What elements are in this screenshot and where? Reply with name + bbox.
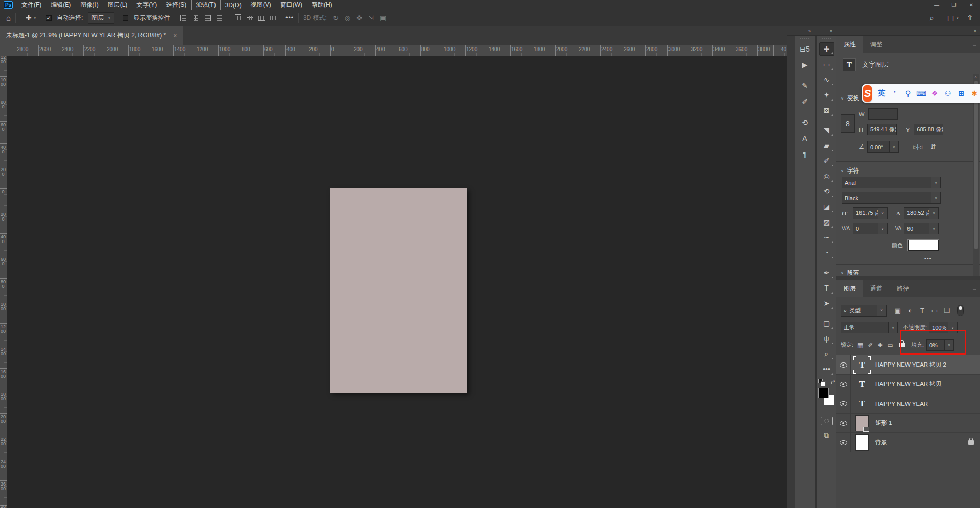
layer-row[interactable]: 背景	[836, 433, 980, 452]
tool-button[interactable]: ∽	[819, 231, 834, 244]
collapsed-panel-icon[interactable]: ⊟5	[798, 42, 812, 56]
share-icon[interactable]: ⇧	[967, 14, 973, 22]
scroll-up-icon[interactable]: ∧	[974, 75, 977, 79]
menu-item[interactable]: 窗口(W)	[276, 0, 307, 10]
lock-option-icon[interactable]: ✚	[877, 342, 882, 349]
tool-button[interactable]: ✒	[819, 266, 834, 279]
align-icon[interactable]	[246, 14, 253, 22]
tool-button[interactable]: ◪	[819, 200, 834, 213]
tool-button[interactable]: ▢	[819, 317, 834, 330]
align-icon[interactable]	[234, 14, 242, 22]
3d-mode-icon[interactable]: ↻	[333, 14, 339, 22]
layer-thumbnail[interactable]: T	[853, 375, 871, 394]
auto-select-dropdown[interactable]: 图层 ∨	[88, 12, 114, 24]
filter-type-dropdown[interactable]: ⌕ 类型	[841, 305, 877, 317]
menu-item[interactable]: 图层(L)	[103, 0, 132, 10]
more-options-icon[interactable]: •••	[285, 14, 294, 21]
layer-thumbnail[interactable]	[853, 433, 871, 452]
document-tab[interactable]: 未标题-1 @ 21.9% (HAPPY NEW YEAR 拷贝 2, RGB/…	[0, 26, 183, 45]
layer-filter-icon[interactable]: T	[916, 307, 928, 315]
foreground-color-swatch[interactable]	[818, 388, 829, 398]
link-dimensions-button[interactable]: 8	[841, 114, 855, 133]
align-icon[interactable]	[215, 14, 223, 21]
chevron-down-icon[interactable]: ∨	[878, 223, 888, 234]
swap-colors-icon[interactable]: ⇄	[830, 379, 835, 385]
tool-button[interactable]: T	[819, 281, 834, 295]
auto-select-checkbox[interactable]: ✓	[46, 15, 52, 21]
menu-item[interactable]: 帮助(H)	[307, 0, 337, 10]
layer-name[interactable]: HAPPY NEW YEAR 拷贝	[875, 380, 941, 388]
quick-mask-button[interactable]	[821, 417, 833, 425]
tab-paths[interactable]: 路径	[890, 280, 916, 297]
3d-mode-icon[interactable]: ✜	[356, 14, 362, 22]
scrollbar-thumb[interactable]	[974, 81, 978, 249]
3d-mode-icon[interactable]: ◎	[345, 14, 350, 22]
tool-button[interactable]: ⎙	[819, 170, 834, 183]
3d-mode-icon[interactable]: ⇲	[368, 14, 374, 22]
layer-filter-icon[interactable]: ▣	[892, 307, 904, 315]
layer-row[interactable]: T HAPPY NEW YEAR 拷贝	[836, 375, 980, 394]
layer-row[interactable]: T HAPPY NEW YEAR	[836, 394, 980, 414]
chevron-down-icon[interactable]: ∨	[877, 305, 887, 317]
lock-option-icon[interactable]: ▭	[888, 342, 893, 349]
width-field[interactable]	[868, 108, 898, 120]
collapse-panel-icon[interactable]: «	[808, 28, 810, 33]
strip-grip[interactable]	[800, 38, 809, 39]
current-tool-preset[interactable]: ✚ ∨	[26, 14, 36, 22]
layer-visibility-toggle[interactable]	[836, 355, 851, 375]
chevron-down-icon[interactable]: ∨	[841, 271, 844, 275]
collapse-toolbar-icon[interactable]: «	[830, 28, 832, 33]
align-icon[interactable]	[180, 14, 188, 21]
tool-button[interactable]: ◥	[819, 124, 834, 137]
menu-item[interactable]: 选择(S)	[161, 0, 191, 10]
ime-icon[interactable]: ✱	[969, 89, 980, 98]
ruler-origin-corner[interactable]	[0, 45, 7, 56]
chevron-down-icon[interactable]: ∨	[890, 141, 899, 153]
chevron-down-icon[interactable]: ∨	[841, 168, 844, 173]
tab-channels[interactable]: 通道	[863, 280, 890, 297]
lock-option-icon[interactable]: ✐	[868, 342, 873, 349]
tool-button[interactable]: ➤	[819, 297, 834, 310]
ime-icon[interactable]: ⚇	[942, 89, 953, 98]
menu-item[interactable]: 3D(D)	[221, 1, 246, 10]
panel-divider[interactable]	[836, 276, 980, 280]
align-icon[interactable]	[270, 14, 277, 22]
tool-button[interactable]: ✚	[819, 42, 834, 56]
layer-row[interactable]: 矩形 1	[836, 414, 980, 433]
align-icon[interactable]	[258, 14, 265, 22]
collapsed-panel-icon[interactable]: ▶	[798, 58, 812, 71]
3d-mode-icon[interactable]: ▣	[380, 14, 386, 22]
tool-button[interactable]: ⟲	[819, 185, 834, 198]
tab-adjustments[interactable]: 调整	[863, 36, 890, 53]
y-field[interactable]: 685.88 像素	[914, 124, 943, 135]
chevron-down-icon[interactable]: ∨	[931, 177, 941, 188]
font-style-field[interactable]: Black	[842, 192, 931, 204]
workspace-switcher[interactable]: ▤ ∨	[947, 14, 959, 22]
tool-button[interactable]: •••	[819, 362, 834, 376]
layer-visibility-toggle[interactable]	[836, 375, 851, 394]
tab-layers[interactable]: 图层	[836, 280, 863, 297]
lock-option-icon[interactable]: ▦	[857, 342, 863, 349]
font-family-field[interactable]: Arial	[842, 177, 931, 188]
tool-button[interactable]: ⌕	[819, 347, 834, 360]
properties-scrollbar[interactable]: ∧ ∨	[973, 74, 979, 291]
tab-properties[interactable]: 属性	[836, 36, 863, 53]
font-size-field[interactable]: 161.75 点	[853, 207, 878, 219]
tool-button[interactable]: ◔	[819, 246, 834, 259]
layer-visibility-toggle[interactable]	[836, 394, 851, 414]
layer-filter-icon[interactable]: ❏	[941, 307, 953, 315]
height-field[interactable]: 549.41 像素	[867, 124, 897, 135]
tool-button[interactable]: ✐	[819, 154, 834, 167]
default-colors-icon[interactable]	[818, 379, 823, 383]
layer-visibility-toggle[interactable]	[836, 433, 851, 452]
rotate-field[interactable]: 0.00°	[867, 141, 890, 153]
tool-button[interactable]: ψ	[819, 332, 834, 345]
align-icon[interactable]	[192, 14, 200, 21]
menu-item[interactable]: 文字(Y)	[132, 0, 161, 10]
layer-name[interactable]: 矩形 1	[875, 419, 892, 427]
tracking-field[interactable]: 0	[853, 223, 878, 234]
layer-thumbnail[interactable]: T	[853, 394, 871, 414]
ime-icon[interactable]: ⌨	[916, 89, 927, 98]
menu-item[interactable]: 文件(F)	[17, 0, 46, 10]
panel-menu-icon[interactable]: ≡	[972, 284, 976, 292]
